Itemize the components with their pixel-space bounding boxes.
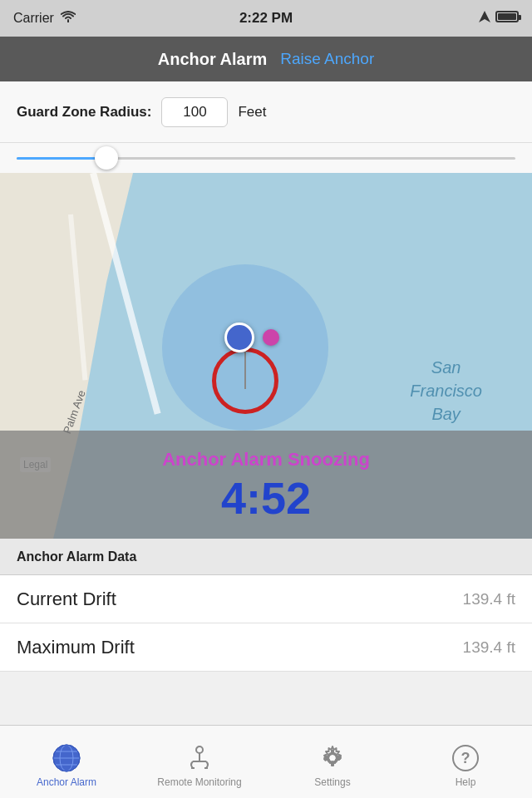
tab-bar: Anchor Alarm Remote Monitoring: [0, 725, 532, 798]
maximum-drift-row: Maximum Drift 139.4 ft: [0, 623, 532, 672]
tab-anchor-alarm-label: Anchor Alarm: [37, 776, 96, 788]
snooze-label: Anchor Alarm Snoozing: [162, 449, 370, 470]
map-view[interactable]: SanFranciscoBay Palm Ave Legal Anchor Al…: [0, 173, 532, 539]
raise-anchor-button[interactable]: Raise Anchor: [280, 50, 374, 68]
guard-zone-label: Guard Zone Radius:: [17, 104, 151, 121]
svg-rect-16: [331, 762, 334, 766]
bay-label: SanFranciscoBay: [410, 356, 482, 426]
wifi-icon: [61, 11, 76, 26]
guard-zone-unit: Feet: [238, 104, 266, 121]
current-drift-value: 139.4 ft: [463, 590, 515, 608]
settings-gear-icon: [318, 743, 347, 773]
guard-zone-input[interactable]: 100: [161, 97, 228, 127]
radius-slider-container: [0, 143, 532, 173]
carrier-label: Carrier: [13, 11, 54, 26]
svg-point-7: [196, 746, 203, 753]
svg-rect-15: [331, 750, 334, 754]
nav-title: Anchor Alarm: [158, 50, 268, 69]
guard-zone-row: Guard Zone Radius: 100 Feet: [0, 81, 532, 143]
status-bar: Carrier 2:22 PM: [0, 0, 532, 37]
tab-help-label: Help: [456, 776, 476, 788]
data-section-header: Anchor Alarm Data: [0, 539, 532, 575]
tab-settings-label: Settings: [314, 776, 350, 788]
tab-remote-monitoring-label: Remote Monitoring: [157, 776, 241, 788]
location-arrow-icon: [479, 11, 490, 26]
maximum-drift-value: 139.4 ft: [463, 638, 515, 657]
current-drift-label: Current Drift: [17, 589, 116, 610]
slider-thumb[interactable]: [95, 146, 118, 170]
battery-icon: [495, 11, 519, 26]
snooze-overlay: Anchor Alarm Snoozing 4:52: [0, 431, 532, 539]
tab-settings[interactable]: Settings: [266, 736, 399, 788]
current-position-dot: [224, 323, 254, 352]
anchor-point-dot: [263, 329, 279, 346]
current-drift-row: Current Drift 139.4 ft: [0, 575, 532, 623]
snooze-time: 4:52: [221, 475, 311, 520]
slider-track[interactable]: [17, 157, 515, 160]
data-header-text: Anchor Alarm Data: [17, 549, 136, 564]
svg-marker-0: [479, 11, 490, 22]
tab-remote-monitoring[interactable]: Remote Monitoring: [133, 736, 266, 788]
data-section: Anchor Alarm Data Current Drift 139.4 ft…: [0, 539, 532, 672]
help-icon: ?: [451, 743, 480, 773]
maximum-drift-label: Maximum Drift: [17, 637, 135, 658]
slider-fill: [17, 157, 106, 160]
status-time: 2:22 PM: [239, 10, 293, 27]
anchor-alarm-icon: [52, 743, 81, 773]
svg-text:?: ?: [461, 750, 470, 766]
tab-anchor-alarm[interactable]: Anchor Alarm: [0, 736, 133, 788]
remote-monitoring-icon: [185, 743, 214, 773]
nav-bar: Anchor Alarm Raise Anchor: [0, 37, 532, 81]
anchor-line: [244, 347, 246, 389]
tab-help[interactable]: ? Help: [399, 736, 532, 788]
